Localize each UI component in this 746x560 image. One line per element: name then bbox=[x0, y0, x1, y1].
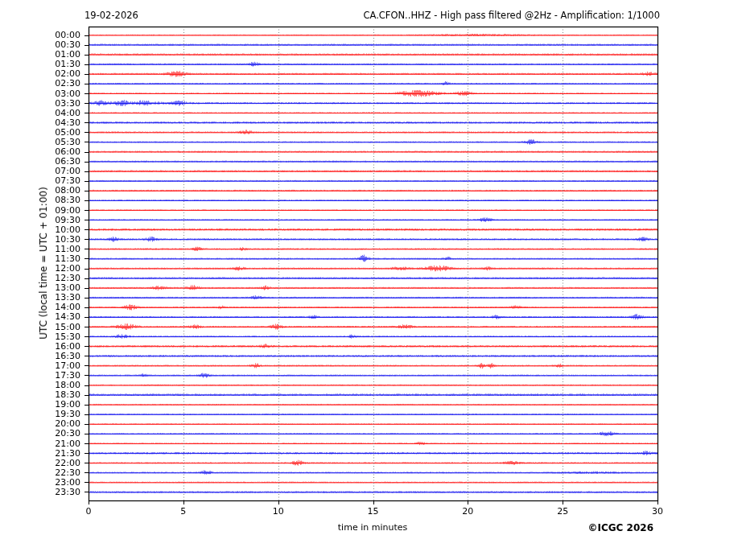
y-tick-label: 10:00 bbox=[24, 225, 80, 234]
plot-title: CA.CFON..HHZ - High pass filtered @2Hz -… bbox=[363, 10, 660, 21]
x-axis-label: time in minutes bbox=[338, 522, 407, 533]
y-tick-label: 01:30 bbox=[24, 60, 80, 68]
y-tick-label: 18:00 bbox=[24, 381, 80, 389]
y-tick-label: 15:00 bbox=[24, 323, 80, 331]
y-tick-label: 06:00 bbox=[24, 147, 80, 156]
y-tick-label: 23:30 bbox=[24, 488, 80, 496]
y-tick-label: 19:00 bbox=[24, 400, 80, 409]
y-tick-label: 23:00 bbox=[24, 478, 80, 487]
y-tick-label: 22:30 bbox=[24, 468, 80, 477]
x-tick-label: 15 bbox=[368, 506, 379, 517]
x-tick-label: 10 bbox=[273, 506, 284, 517]
y-tick-label: 20:00 bbox=[24, 419, 80, 428]
y-tick-label: 12:00 bbox=[24, 264, 80, 273]
y-tick-label: 06:30 bbox=[24, 157, 80, 166]
y-tick-label: 03:00 bbox=[24, 89, 80, 98]
y-tick-label: 04:00 bbox=[24, 109, 80, 117]
y-tick-label: 00:00 bbox=[24, 31, 80, 39]
y-tick-label: 05:00 bbox=[24, 128, 80, 137]
y-tick-label: 17:00 bbox=[24, 361, 80, 370]
x-tick-label: 0 bbox=[86, 506, 92, 517]
y-tick-label: 15:30 bbox=[24, 332, 80, 341]
date-label: 19-02-2026 bbox=[84, 10, 138, 21]
y-tick-label: 21:30 bbox=[24, 449, 80, 458]
y-tick-label: 07:30 bbox=[24, 176, 80, 185]
y-tick-label: 02:00 bbox=[24, 69, 80, 78]
y-tick-label: 13:30 bbox=[24, 293, 80, 302]
y-tick-label: 02:30 bbox=[24, 79, 80, 88]
x-tick-label: 5 bbox=[180, 506, 186, 517]
x-tick-label: 20 bbox=[462, 506, 473, 517]
y-tick-label: 09:30 bbox=[24, 216, 80, 224]
y-tick-label: 13:00 bbox=[24, 283, 80, 292]
x-tick-label: 30 bbox=[652, 506, 663, 517]
y-tick-label: 05:30 bbox=[24, 138, 80, 146]
y-tick-label: 10:30 bbox=[24, 235, 80, 244]
helicorder-page: { "header": { "date": "19-02-2026", "tit… bbox=[0, 0, 746, 560]
y-tick-label: 01:00 bbox=[24, 50, 80, 59]
y-tick-label: 09:00 bbox=[24, 206, 80, 215]
y-tick-label: 03:30 bbox=[24, 99, 80, 108]
y-tick-label: 14:00 bbox=[24, 303, 80, 311]
y-tick-label: 08:30 bbox=[24, 196, 80, 204]
y-tick-label: 16:30 bbox=[24, 352, 80, 360]
x-tick-label: 25 bbox=[557, 506, 568, 517]
y-tick-label: 22:00 bbox=[24, 459, 80, 467]
y-tick-label: 18:30 bbox=[24, 390, 80, 399]
y-tick-label: 11:30 bbox=[24, 254, 80, 263]
helicorder-canvas bbox=[0, 0, 746, 560]
y-tick-label: 00:30 bbox=[24, 40, 80, 49]
y-tick-label: 07:00 bbox=[24, 167, 80, 175]
y-tick-label: 08:00 bbox=[24, 186, 80, 195]
y-tick-label: 04:30 bbox=[24, 118, 80, 127]
copyright-label: ©ICGC 2026 bbox=[587, 522, 653, 533]
y-tick-label: 20:30 bbox=[24, 429, 80, 438]
y-tick-label: 17:30 bbox=[24, 371, 80, 380]
y-tick-label: 12:30 bbox=[24, 274, 80, 282]
y-tick-label: 16:00 bbox=[24, 342, 80, 351]
y-tick-label: 11:00 bbox=[24, 245, 80, 253]
y-tick-label: 21:00 bbox=[24, 439, 80, 448]
y-tick-label: 14:30 bbox=[24, 312, 80, 321]
y-tick-label: 19:30 bbox=[24, 410, 80, 418]
